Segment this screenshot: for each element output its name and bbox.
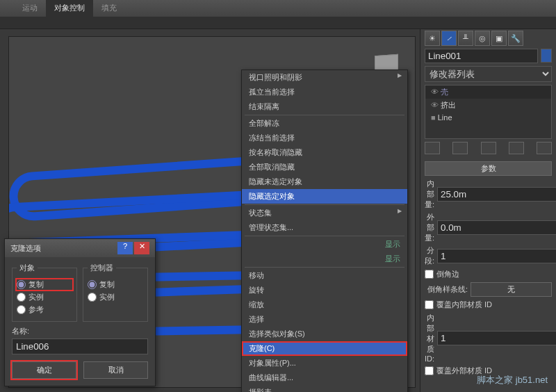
override-outer-id-check[interactable] bbox=[425, 366, 434, 375]
color-swatch[interactable] bbox=[541, 49, 552, 63]
ctrl-copy-label: 复制 bbox=[99, 279, 115, 290]
outer-label: 外部量: bbox=[425, 212, 434, 243]
cm-end-isolate[interactable]: 结束隔离 bbox=[242, 99, 407, 114]
watermark: 脚本之家 jb51.net bbox=[477, 374, 548, 386]
outer-amount-field[interactable] bbox=[437, 220, 556, 235]
cm-unhide-byname[interactable]: 按名称取消隐藏 bbox=[242, 145, 407, 160]
object-name-field[interactable] bbox=[425, 49, 538, 63]
obj-copy-label: 复制 bbox=[28, 279, 44, 290]
cm-isolate[interactable]: 孤立当前选择 bbox=[242, 85, 407, 99]
cm-hide-unselected[interactable]: 隐藏未选定对象 bbox=[242, 174, 407, 189]
modifier-stack[interactable]: 👁 壳 👁 挤出 ■ Line bbox=[425, 85, 552, 139]
cm-select-similar[interactable]: 选择类似对象(S) bbox=[242, 327, 407, 341]
stack-shell[interactable]: 👁 壳 bbox=[425, 85, 551, 99]
stack-line[interactable]: ■ Line bbox=[425, 112, 551, 123]
motion-icon[interactable]: ◎ bbox=[475, 31, 490, 46]
ctrl-instance-radio[interactable] bbox=[88, 293, 97, 302]
seg-field[interactable] bbox=[437, 249, 556, 263]
rollout-params[interactable]: 参数 bbox=[425, 161, 552, 176]
obj-copy-radio[interactable] bbox=[17, 280, 26, 289]
pin-stack-button[interactable] bbox=[425, 142, 440, 154]
tab-motion[interactable]: 运动 bbox=[14, 0, 46, 17]
obj-instance-label: 实例 bbox=[28, 292, 44, 302]
cm-display-1: 显示 bbox=[242, 237, 407, 252]
obj-instance-radio[interactable] bbox=[17, 293, 26, 302]
cm-rotate[interactable]: 旋转 bbox=[242, 283, 407, 297]
obj-reference-radio[interactable] bbox=[17, 305, 26, 314]
group-object: 对象 复制 实例 参考 bbox=[12, 263, 77, 322]
cm-scale[interactable]: 缩放 bbox=[242, 297, 407, 312]
override-inner-id-check[interactable] bbox=[425, 300, 434, 309]
cm-select[interactable]: 选择 bbox=[242, 312, 407, 327]
tab-fill[interactable]: 填充 bbox=[93, 0, 125, 17]
inner-id-label: 内部材质 ID: bbox=[425, 313, 434, 363]
inner-id-field[interactable] bbox=[437, 331, 556, 345]
group-controller: 控制器 复制 实例 bbox=[83, 263, 148, 322]
display-icon[interactable]: ▣ bbox=[491, 31, 507, 46]
remove-mod-button[interactable] bbox=[509, 142, 524, 154]
cancel-button[interactable]: 取消 bbox=[83, 361, 148, 379]
cm-dope-sheet[interactable]: 摄影表... bbox=[242, 385, 407, 392]
clone-dialog: 克隆选项 ? ✕ 对象 复制 实例 参考 控制器 复制 实例 名称: 确定 取消 bbox=[4, 238, 156, 386]
ctrl-instance-label: 实例 bbox=[99, 292, 115, 302]
cm-state-sets[interactable]: 状态集 bbox=[242, 206, 407, 220]
group-object-legend: 对象 bbox=[17, 263, 38, 273]
name-field[interactable] bbox=[12, 338, 148, 354]
close-button[interactable]: ✕ bbox=[134, 242, 149, 254]
cm-obj-props[interactable]: 对象属性(P)... bbox=[242, 356, 407, 370]
help-button[interactable]: ? bbox=[117, 242, 133, 254]
cm-curve-editor[interactable]: 曲线编辑器... bbox=[242, 370, 407, 385]
sun-icon[interactable]: ☀ bbox=[425, 31, 440, 46]
inner-amount-field[interactable] bbox=[437, 187, 556, 202]
toolbar bbox=[0, 17, 556, 29]
seg-label: 分段: bbox=[425, 245, 434, 266]
group-controller-legend: 控制器 bbox=[88, 263, 116, 273]
tab-object-control[interactable]: 对象控制 bbox=[46, 0, 93, 17]
ctrl-copy-radio[interactable] bbox=[88, 280, 97, 289]
bevel-edges-check[interactable] bbox=[425, 270, 434, 279]
bevel-spline-pick[interactable]: 无 bbox=[471, 282, 552, 297]
inner-label: 内部量: bbox=[425, 179, 434, 210]
modify-icon[interactable]: ⟋ bbox=[441, 31, 457, 46]
show-result-button[interactable] bbox=[452, 142, 468, 154]
context-menu: 视口照明和阴影 孤立当前选择 结束隔离 全部解冻 冻结当前选择 按名称取消隐藏 … bbox=[241, 70, 408, 392]
name-label: 名称: bbox=[12, 326, 148, 336]
cm-clone[interactable]: 克隆(C) bbox=[242, 341, 407, 356]
dialog-title: 克隆选项 bbox=[10, 243, 116, 254]
configure-button[interactable] bbox=[537, 142, 552, 154]
cm-hide-selected[interactable]: 隐藏选定对象 bbox=[242, 189, 407, 204]
unique-button[interactable] bbox=[481, 142, 496, 154]
ok-button[interactable]: 确定 bbox=[12, 361, 76, 379]
hierarchy-icon[interactable]: ╨ bbox=[458, 31, 473, 46]
override-inner-id-label: 覆盖内部材质 ID bbox=[436, 300, 492, 310]
command-panel: ☀ ⟋ ╨ ◎ ▣ 🔧 修改器列表 👁 壳 👁 挤出 ■ Line 参数 内部量… bbox=[420, 29, 556, 392]
cm-display-2: 显示 bbox=[242, 252, 407, 266]
cm-manage-states[interactable]: 管理状态集... bbox=[242, 220, 407, 235]
cm-viewport-lighting[interactable]: 视口照明和阴影 bbox=[242, 70, 407, 85]
cm-unfreeze-all[interactable]: 全部解冻 bbox=[242, 116, 407, 131]
bevel-edges-label: 倒角边 bbox=[436, 269, 459, 279]
cm-unhide-all[interactable]: 全部取消隐藏 bbox=[242, 160, 407, 174]
stack-extrude[interactable]: 👁 挤出 bbox=[425, 99, 551, 112]
cm-freeze[interactable]: 冻结当前选择 bbox=[242, 131, 407, 145]
modifier-list-select[interactable]: 修改器列表 bbox=[425, 66, 552, 82]
utilities-icon[interactable]: 🔧 bbox=[508, 31, 523, 46]
obj-reference-label: 参考 bbox=[28, 304, 44, 315]
bevel-spline-label: 倒角样条线: bbox=[425, 284, 468, 295]
cm-move[interactable]: 移动 bbox=[242, 268, 407, 283]
